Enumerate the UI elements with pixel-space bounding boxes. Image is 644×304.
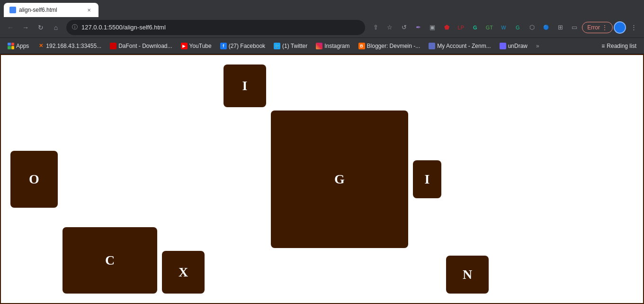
grammarly2-icon[interactable]: G xyxy=(511,21,524,34)
reading-list-label: Reading list xyxy=(607,43,636,49)
bookmark-blogger[interactable]: B Blogger: Devmein -... xyxy=(355,41,424,51)
lastpass2-icon[interactable]: LP xyxy=(454,21,467,34)
box-G: G xyxy=(271,111,408,248)
browser-window: align-self6.html ✕ ← → ↻ ⌂ ⓘ 127.0.0.1:5… xyxy=(0,0,644,304)
reload-button[interactable]: ↻ xyxy=(34,21,47,34)
menu-button[interactable]: ⋮ xyxy=(627,21,640,34)
192-favicon: ✕ xyxy=(37,43,44,49)
box-X: X xyxy=(162,251,205,294)
back-button[interactable]: ← xyxy=(4,21,17,34)
error-button[interactable]: Error ⋮ xyxy=(582,22,613,33)
bookmark-facebook[interactable]: f (27) Facebook xyxy=(216,41,269,51)
box-N-letter: N xyxy=(463,267,472,282)
bookmark-apps[interactable]: Apps xyxy=(4,41,33,51)
box-X-letter: X xyxy=(179,265,188,280)
extensions-puzzle-icon[interactable]: ⊞ xyxy=(554,21,567,34)
youtube-favicon: ▶ xyxy=(181,43,188,49)
bookmark-192-label: 192.168.43.1:33455... xyxy=(46,43,101,49)
box-O-letter: O xyxy=(29,172,39,187)
bookmark-youtube[interactable]: ▶ YouTube xyxy=(177,41,215,51)
cast-icon[interactable]: ▭ xyxy=(568,21,581,34)
box-I-letter: I xyxy=(242,78,248,93)
twitter-favicon: 🐦 xyxy=(274,43,280,49)
bookmarks-bar: Apps ✕ 192.168.43.1:33455... DaFont - Do… xyxy=(0,38,644,54)
screenshot-icon[interactable]: ▣ xyxy=(426,21,439,34)
error-chevron: ⋮ xyxy=(602,24,608,31)
bookmark-instagram[interactable]: Instagram xyxy=(312,41,353,51)
box-IN: I xyxy=(413,160,441,198)
bookmark-facebook-label: (27) Facebook xyxy=(229,43,265,49)
bookmark-dafont-label: DaFont - Download... xyxy=(118,43,172,49)
box-C-letter: C xyxy=(105,253,115,268)
lock-icon: ⓘ xyxy=(72,23,78,31)
apps-icon xyxy=(8,43,14,49)
bookmark-instagram-label: Instagram xyxy=(324,43,349,49)
bookmark-twitter[interactable]: 🐦 (1) Twitter xyxy=(270,41,311,51)
error-label: Error xyxy=(587,24,600,31)
instagram-favicon xyxy=(316,43,322,49)
tab-title: align-self6.html xyxy=(19,7,82,13)
toolbar: ← → ↻ ⌂ ⓘ 127.0.0.1:5500/align-self6.htm… xyxy=(0,17,644,38)
bookmark-undraw[interactable]: unDraw xyxy=(496,41,531,51)
history-button[interactable]: ↺ xyxy=(397,21,411,34)
box-O: O xyxy=(10,151,58,208)
lastpass-icon[interactable]: ⬟ xyxy=(440,21,453,34)
bookmark-twitter-label: (1) Twitter xyxy=(282,43,307,49)
blogger-favicon: B xyxy=(358,43,365,49)
extension-icon[interactable]: ⬡ xyxy=(525,21,538,34)
bookmark-192[interactable]: ✕ 192.168.43.1:33455... xyxy=(34,41,105,51)
tab-bar: align-self6.html ✕ xyxy=(0,0,644,17)
facebook-favicon: f xyxy=(220,43,227,49)
demo-container: O C X I G I N xyxy=(1,55,643,303)
bookmarks-more-button[interactable]: » xyxy=(533,41,542,51)
forward-button[interactable]: → xyxy=(19,21,32,34)
box-C: C xyxy=(63,227,157,294)
home-button[interactable]: ⌂ xyxy=(49,21,63,34)
bookmark-zenm-label: My Account - Zenm... xyxy=(437,43,491,49)
wordpress-icon[interactable]: W xyxy=(497,21,510,34)
address-bar[interactable]: ⓘ 127.0.0.1:5500/align-self6.html xyxy=(66,20,365,35)
bookmark-apps-label: Apps xyxy=(16,43,29,49)
grammarly-icon[interactable]: G xyxy=(468,21,482,34)
bookmark-youtube-label: YouTube xyxy=(189,43,212,49)
reading-list-icon: ≡ xyxy=(601,43,605,49)
page-content: O C X I G I N xyxy=(0,54,644,304)
share-button[interactable]: ⇧ xyxy=(369,21,382,34)
zenm-favicon xyxy=(429,43,435,49)
bookmark-star-button[interactable]: ☆ xyxy=(383,21,396,34)
serpstat-icon[interactable]: 🔵 xyxy=(539,21,553,34)
box-I: I xyxy=(224,64,266,107)
reading-list-button[interactable]: ≡ Reading list xyxy=(598,41,640,51)
box-IN-letter: I xyxy=(425,172,430,187)
box-N: N xyxy=(446,256,489,294)
box-G-letter: G xyxy=(334,172,345,187)
gtranslate-icon[interactable]: GT xyxy=(483,21,496,34)
tab-favicon xyxy=(9,7,16,13)
url-text: 127.0.0.1:5500/align-self6.html xyxy=(81,24,359,31)
active-tab[interactable]: align-self6.html ✕ xyxy=(4,3,98,17)
bookmark-dafont[interactable]: DaFont - Download... xyxy=(106,41,176,51)
bookmark-blogger-label: Blogger: Devmein -... xyxy=(367,43,420,49)
bookmark-zenm[interactable]: My Account - Zenm... xyxy=(425,41,494,51)
bookmark-undraw-label: unDraw xyxy=(508,43,528,49)
pen-icon[interactable]: ✒ xyxy=(411,21,425,34)
undraw-favicon xyxy=(500,43,506,49)
profile-button[interactable] xyxy=(614,21,626,34)
dafont-favicon xyxy=(110,43,116,49)
tab-close-button[interactable]: ✕ xyxy=(85,6,93,14)
toolbar-icons: ⇧ ☆ ↺ ✒ ▣ ⬟ LP G GT W G ⬡ 🔵 ⊞ ▭ Error ⋮ … xyxy=(369,21,640,34)
